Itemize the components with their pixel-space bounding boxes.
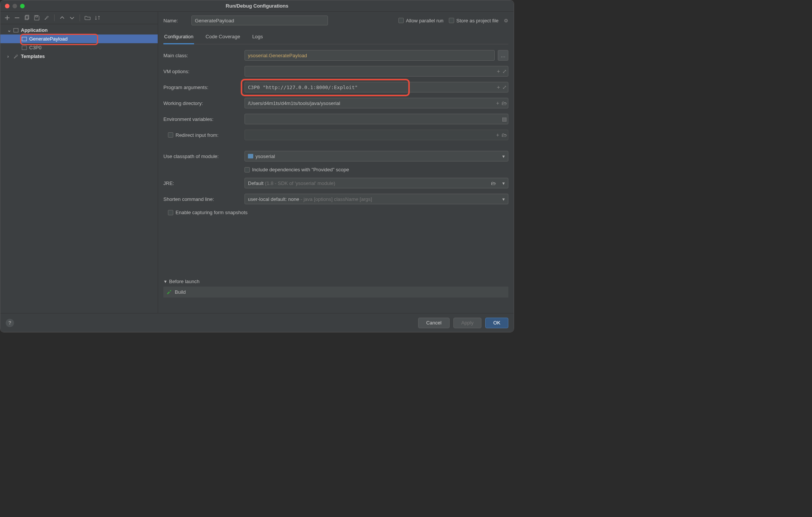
maximize-window-icon[interactable] (20, 4, 25, 8)
hammer-icon (166, 289, 172, 295)
store-project-checkbox[interactable]: Store as project file (449, 18, 498, 24)
svg-rect-3 (14, 28, 18, 32)
sidebar: ⌄ Application GeneratePayload C3P0 › Tem… (0, 12, 158, 313)
templates-icon (13, 54, 19, 59)
window-title: Run/Debug Configurations (226, 3, 288, 9)
list-icon[interactable]: ▤ (502, 116, 507, 122)
tree-group-label: Application (21, 27, 48, 33)
working-dir-input[interactable] (245, 98, 508, 108)
ok-button[interactable]: OK (485, 318, 508, 328)
tree-item-label: C3P0 (29, 45, 42, 50)
close-window-icon[interactable] (5, 4, 9, 8)
jre-dropdown[interactable]: Default (1.8 - SDK of 'ysoserial' module… (245, 178, 508, 188)
checkbox-label: Redirect input from: (176, 132, 218, 138)
dropdown-value: Default (1.8 - SDK of 'ysoserial' module… (248, 180, 335, 186)
copy-icon[interactable] (24, 15, 30, 21)
chevron-down-icon: ▾ (502, 154, 505, 159)
redirect-input-field[interactable] (245, 130, 508, 140)
vm-options-label: VM options: (163, 69, 241, 74)
add-icon[interactable] (4, 15, 10, 21)
config-tree: ⌄ Application GeneratePayload C3P0 › Tem… (0, 24, 158, 313)
tree-item-label: GeneratePayload (29, 36, 67, 42)
remove-icon[interactable] (14, 15, 20, 21)
svg-rect-4 (22, 37, 27, 41)
allow-parallel-checkbox[interactable]: Allow parallel run (398, 18, 444, 24)
checkbox-label: Store as project file (456, 18, 498, 24)
jre-label: JRE: (163, 180, 241, 186)
classpath-dropdown[interactable]: ysoserial ▾ (245, 151, 508, 161)
plus-icon[interactable]: + (496, 132, 499, 138)
save-icon[interactable] (34, 15, 40, 21)
main-class-label: Main class: (163, 53, 241, 58)
chevron-down-icon: ▾ (502, 196, 505, 202)
run-config-icon (22, 36, 27, 42)
browse-main-class-button[interactable]: … (498, 50, 508, 61)
program-args-input[interactable] (245, 82, 508, 92)
env-vars-input[interactable] (245, 114, 508, 124)
chevron-right-icon: › (7, 53, 11, 59)
apply-button[interactable]: Apply (453, 318, 482, 328)
tab-configuration[interactable]: Configuration (163, 30, 194, 44)
sidebar-toolbar (0, 12, 158, 24)
footer: ? Cancel Apply OK (0, 313, 514, 332)
chevron-down-icon: ▾ (502, 180, 505, 186)
expand-icon[interactable]: ⤢ (502, 68, 507, 74)
chevron-down-icon: ⌄ (7, 27, 11, 33)
tab-code-coverage[interactable]: Code Coverage (205, 30, 241, 44)
checkbox-label: Allow parallel run (406, 18, 444, 24)
tree-item-c3p0[interactable]: C3P0 (0, 43, 158, 52)
folder-open-icon[interactable]: 🗁 (502, 100, 507, 106)
wrench-icon[interactable] (44, 15, 50, 21)
tree-group-label: Templates (21, 53, 45, 59)
folder-collapse-icon[interactable] (85, 15, 91, 21)
before-launch-section: ▾ Before launch Build (163, 276, 508, 309)
before-launch-header[interactable]: ▾ Before launch (163, 276, 508, 287)
sort-icon[interactable] (94, 15, 100, 21)
program-args-label: Program arguments: (163, 85, 241, 90)
plus-icon[interactable]: + (496, 100, 499, 106)
tree-item-generatepayload[interactable]: GeneratePayload (0, 34, 158, 43)
tab-logs[interactable]: Logs (251, 30, 263, 44)
include-deps-checkbox[interactable]: Include dependencies with "Provided" sco… (245, 167, 349, 172)
main-class-input[interactable] (245, 50, 495, 61)
name-input[interactable] (191, 16, 328, 25)
folder-open-icon[interactable]: 🗁 (491, 180, 496, 186)
application-group-icon (13, 28, 19, 33)
checkbox-icon (168, 132, 173, 138)
before-launch-title: Before launch (169, 279, 199, 284)
down-icon[interactable] (69, 15, 75, 21)
plus-icon[interactable]: + (497, 84, 500, 90)
titlebar: Run/Debug Configurations (0, 0, 514, 12)
run-config-icon (22, 45, 27, 50)
tree-group-application[interactable]: ⌄ Application (0, 26, 158, 34)
minimize-window-icon[interactable] (13, 4, 17, 8)
checkbox-label: Include dependencies with "Provided" sco… (252, 167, 349, 172)
cancel-button[interactable]: Cancel (418, 318, 449, 328)
gear-icon[interactable]: ⚙ (504, 18, 508, 24)
vm-options-input[interactable] (245, 66, 508, 77)
content-panel: Name: Allow parallel run Store as projec… (158, 12, 514, 313)
shorten-dropdown[interactable]: user-local default: none - java [options… (245, 194, 508, 204)
working-dir-label: Working directory: (163, 100, 241, 106)
window-controls (5, 4, 25, 8)
before-launch-item-build[interactable]: Build (163, 287, 508, 298)
redirect-input-checkbox[interactable]: Redirect input from: (168, 132, 241, 138)
dropdown-value: ysoserial (256, 154, 275, 159)
help-button[interactable]: ? (6, 319, 14, 327)
dropdown-value: user-local default: none - java [options… (248, 196, 372, 202)
module-icon (248, 154, 253, 158)
shorten-label: Shorten command line: (163, 196, 241, 202)
tree-group-templates[interactable]: › Templates (0, 52, 158, 61)
up-icon[interactable] (59, 15, 65, 21)
classpath-label: Use classpath of module: (163, 154, 241, 159)
svg-rect-5 (22, 46, 27, 50)
folder-open-icon[interactable]: 🗁 (502, 132, 507, 138)
env-vars-label: Environment variables: (163, 116, 241, 122)
checkbox-icon (398, 18, 404, 23)
expand-icon[interactable]: ⤢ (502, 84, 507, 90)
svg-rect-2 (36, 16, 38, 17)
chevron-down-icon: ▾ (164, 279, 167, 284)
before-launch-list: Build (163, 287, 508, 309)
plus-icon[interactable]: + (497, 68, 500, 74)
enable-snapshots-checkbox[interactable]: Enable capturing form snapshots (168, 210, 248, 215)
